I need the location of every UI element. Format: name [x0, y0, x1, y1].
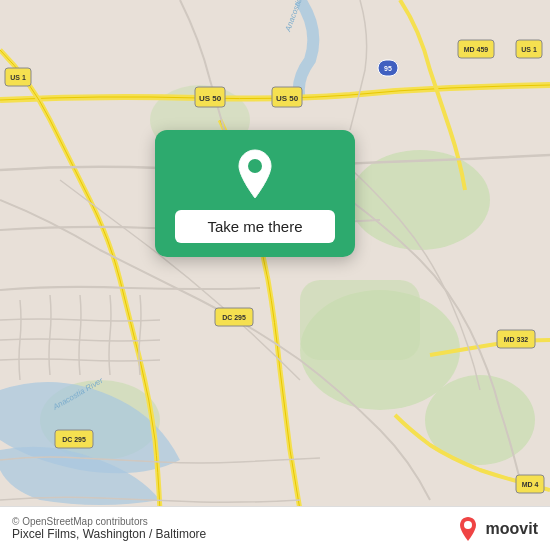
location-pin-icon	[233, 148, 277, 200]
svg-text:MD 459: MD 459	[464, 46, 489, 53]
svg-rect-6	[300, 280, 420, 360]
svg-point-30	[464, 521, 472, 529]
svg-point-1	[350, 150, 490, 250]
location-icon-wrap	[229, 148, 281, 200]
map-svg: US 50 US 1 US 50 US 1 MD 459 95 DC 295 D…	[0, 0, 550, 550]
take-me-there-button[interactable]: Take me there	[175, 210, 335, 243]
bottom-left-info: © OpenStreetMap contributors Pixcel Film…	[12, 516, 206, 541]
svg-text:US 50: US 50	[199, 94, 222, 103]
copyright-text: © OpenStreetMap contributors	[12, 516, 206, 527]
card-overlay: Take me there	[155, 130, 355, 257]
svg-text:MD 4: MD 4	[522, 481, 539, 488]
svg-point-29	[248, 159, 262, 173]
moovit-text: moovit	[486, 520, 538, 538]
moovit-icon	[454, 515, 482, 543]
svg-text:US 1: US 1	[10, 74, 26, 81]
bottom-bar: © OpenStreetMap contributors Pixcel Film…	[0, 506, 550, 550]
svg-text:95: 95	[384, 65, 392, 72]
svg-text:DC 295: DC 295	[62, 436, 86, 443]
svg-text:US 50: US 50	[276, 94, 299, 103]
map-container: US 50 US 1 US 50 US 1 MD 459 95 DC 295 D…	[0, 0, 550, 550]
location-title: Pixcel Films, Washington / Baltimore	[12, 527, 206, 541]
svg-text:MD 332: MD 332	[504, 336, 529, 343]
svg-text:DC 295: DC 295	[222, 314, 246, 321]
moovit-logo: moovit	[454, 515, 538, 543]
svg-text:US 1: US 1	[521, 46, 537, 53]
